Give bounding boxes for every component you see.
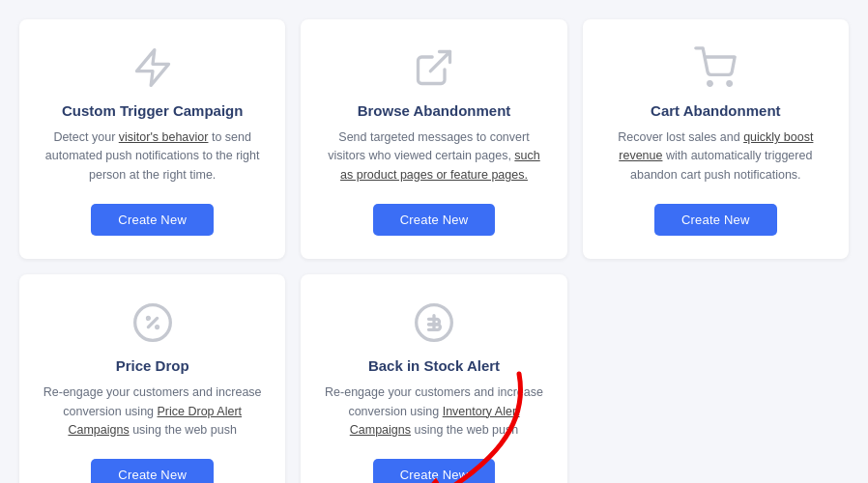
dollar-icon (413, 301, 455, 344)
card-desc-cart-abandonment: Recover lost sales and quickly boost rev… (606, 128, 825, 185)
card-title-cart-abandonment: Cart Abandonment (651, 102, 780, 119)
campaign-grid: Custom Trigger Campaign Detect your visi… (19, 19, 849, 483)
card-desc-browse-abandonment: Send targeted messages to convert visito… (324, 128, 543, 185)
card-browse-abandonment: Browse Abandonment Send targeted message… (301, 19, 566, 259)
cart-icon (694, 46, 737, 89)
svg-line-1 (430, 52, 449, 71)
card-cart-abandonment: Cart Abandonment Recover lost sales and … (583, 19, 849, 259)
bottom-row: Price Drop Re-engage your customers and … (19, 274, 849, 483)
card-custom-trigger: Custom Trigger Campaign Detect your visi… (19, 19, 285, 259)
card-title-browse-abandonment: Browse Abandonment (358, 102, 511, 119)
svg-point-6 (147, 318, 149, 320)
card-desc-custom-trigger: Detect your visitor's behavior to send a… (43, 128, 262, 185)
create-new-button-browse-abandonment[interactable]: Create New (373, 204, 496, 236)
svg-point-2 (709, 82, 712, 86)
bolt-icon (131, 46, 174, 89)
svg-point-7 (156, 327, 158, 328)
card-price-drop: Price Drop Re-engage your customers and … (19, 274, 285, 483)
card-desc-back-in-stock: Re-engage your customers and increase co… (324, 384, 543, 440)
card-title-custom-trigger: Custom Trigger Campaign (62, 102, 244, 119)
percent-icon (131, 301, 174, 344)
card-title-back-in-stock: Back in Stock Alert (368, 357, 500, 374)
card-title-price-drop: Price Drop (116, 357, 189, 374)
create-new-button-back-in-stock[interactable]: Create New (373, 459, 496, 483)
card-back-in-stock: Back in Stock Alert Re-engage your custo… (301, 274, 566, 483)
create-new-button-price-drop[interactable]: Create New (91, 459, 214, 483)
svg-marker-0 (136, 50, 168, 86)
create-new-button-custom-trigger[interactable]: Create New (91, 204, 214, 236)
top-row: Custom Trigger Campaign Detect your visi… (19, 19, 849, 259)
create-new-button-cart-abandonment[interactable]: Create New (654, 204, 777, 236)
empty-cell (583, 274, 849, 483)
external-link-icon (413, 46, 455, 89)
svg-point-3 (728, 82, 732, 86)
card-desc-price-drop: Re-engage your customers and increase co… (43, 384, 262, 440)
